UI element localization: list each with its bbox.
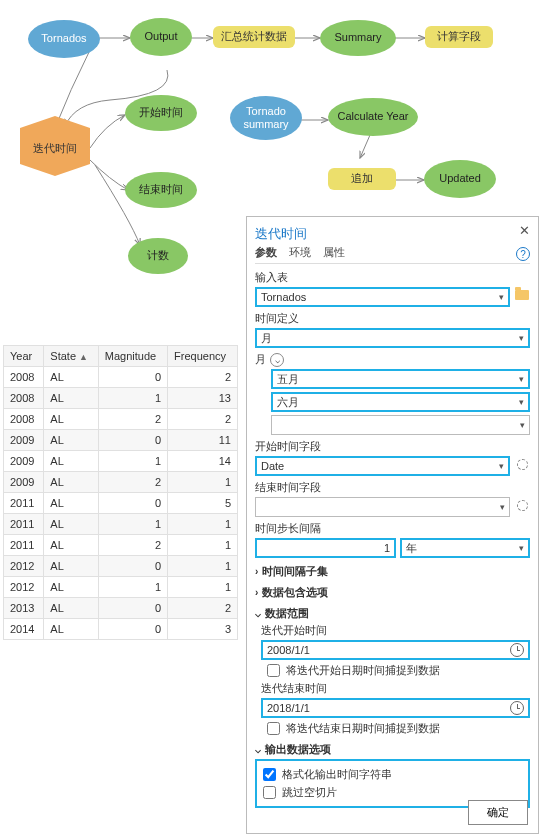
gear-icon[interactable] bbox=[514, 456, 530, 472]
clock-icon[interactable] bbox=[510, 643, 524, 657]
tab-env[interactable]: 环境 bbox=[289, 245, 311, 260]
panel-tabs: 参数 环境 属性 bbox=[255, 245, 530, 264]
start-field-select[interactable]: Date▾ bbox=[255, 456, 510, 476]
snap-start-checkbox[interactable] bbox=[267, 664, 280, 677]
close-icon[interactable]: ✕ bbox=[519, 223, 530, 238]
table-row[interactable]: 2011AL11 bbox=[4, 514, 238, 535]
end-field-label: 结束时间字段 bbox=[255, 480, 530, 495]
time-def-label: 时间定义 bbox=[255, 311, 530, 326]
sort-asc-icon: ▲ bbox=[79, 352, 88, 362]
node-aggregate[interactable]: 汇总统计数据 bbox=[213, 26, 295, 48]
table-row[interactable]: 2008AL113 bbox=[4, 388, 238, 409]
chevron-down-icon: ▾ bbox=[500, 502, 505, 512]
table-row[interactable]: 2011AL21 bbox=[4, 535, 238, 556]
node-iterate[interactable]: 迭代时间 bbox=[20, 128, 90, 168]
chevron-down-icon: ▾ bbox=[520, 420, 525, 430]
ok-button[interactable]: 确定 bbox=[468, 800, 528, 825]
section-output[interactable]: ⌵输出数据选项 bbox=[255, 742, 530, 757]
input-table-select[interactable]: Tornados▾ bbox=[255, 287, 510, 307]
node-end[interactable]: 结束时间 bbox=[125, 172, 197, 208]
snap-start-label: 将迭代开始日期时间捕捉到数据 bbox=[286, 663, 440, 678]
label: 结束时间 bbox=[139, 183, 183, 196]
chevron-down-icon: ▾ bbox=[519, 374, 524, 384]
label: 开始时间 bbox=[139, 106, 183, 119]
chevron-down-icon: ▾ bbox=[519, 333, 524, 343]
node-calcfield[interactable]: 计算字段 bbox=[425, 26, 493, 48]
table-row[interactable]: 2011AL05 bbox=[4, 493, 238, 514]
label: Updated bbox=[439, 172, 481, 185]
label: 汇总统计数据 bbox=[221, 30, 287, 43]
label: Calculate Year bbox=[338, 110, 409, 123]
chevron-right-icon: › bbox=[255, 587, 258, 598]
label: 计算字段 bbox=[437, 30, 481, 43]
section-include[interactable]: ›数据包含选项 bbox=[255, 585, 530, 600]
table-row[interactable]: 2014AL03 bbox=[4, 619, 238, 640]
browse-folder-icon[interactable] bbox=[514, 287, 530, 303]
step-value-input[interactable]: 1 bbox=[255, 538, 396, 558]
label: Tornados bbox=[41, 32, 86, 45]
gear-icon[interactable] bbox=[514, 497, 530, 513]
chevron-down-icon: ⌵ bbox=[255, 608, 261, 619]
month-select-1[interactable]: 五月▾ bbox=[271, 369, 530, 389]
section-subset[interactable]: ›时间间隔子集 bbox=[255, 564, 530, 579]
results-table: Year State ▲ Magnitude Frequency 2008AL0… bbox=[3, 345, 238, 640]
node-tornado-summary[interactable]: Tornado summary bbox=[230, 96, 302, 140]
properties-panel: 迭代时间 ✕ 参数 环境 属性 ? 输入表 Tornados▾ 时间定义 月▾ … bbox=[246, 216, 539, 834]
chevron-down-icon: ▾ bbox=[499, 461, 504, 471]
table-row[interactable]: 2012AL11 bbox=[4, 577, 238, 598]
input-table-label: 输入表 bbox=[255, 270, 530, 285]
node-count[interactable]: 计数 bbox=[128, 238, 188, 274]
label: Tornado summary bbox=[236, 105, 296, 131]
node-append[interactable]: 追加 bbox=[328, 168, 396, 190]
label: 追加 bbox=[351, 172, 373, 185]
col-year[interactable]: Year bbox=[4, 346, 44, 367]
skip-empty-label: 跳过空切片 bbox=[282, 785, 337, 800]
tab-props[interactable]: 属性 bbox=[323, 245, 345, 260]
skip-empty-checkbox[interactable] bbox=[263, 786, 276, 799]
clock-icon[interactable] bbox=[510, 701, 524, 715]
section-range[interactable]: ⌵数据范围 bbox=[255, 606, 530, 621]
label: Output bbox=[144, 30, 177, 43]
chevron-down-icon: ⌵ bbox=[255, 744, 261, 755]
col-frequency[interactable]: Frequency bbox=[168, 346, 238, 367]
month-select-2[interactable]: 六月▾ bbox=[271, 392, 530, 412]
node-calculate-year[interactable]: Calculate Year bbox=[328, 98, 418, 136]
chevron-down-icon: ▾ bbox=[519, 543, 524, 553]
format-string-checkbox[interactable] bbox=[263, 768, 276, 781]
panel-title: 迭代时间 bbox=[255, 225, 530, 243]
table-row[interactable]: 2008AL02 bbox=[4, 367, 238, 388]
table-row[interactable]: 2009AL011 bbox=[4, 430, 238, 451]
iter-start-label: 迭代开始时间 bbox=[261, 623, 530, 638]
col-magnitude[interactable]: Magnitude bbox=[98, 346, 167, 367]
node-updated[interactable]: Updated bbox=[424, 160, 496, 198]
table-row[interactable]: 2013AL02 bbox=[4, 598, 238, 619]
tab-params[interactable]: 参数 bbox=[255, 245, 277, 260]
start-field-label: 开始时间字段 bbox=[255, 439, 530, 454]
node-summary[interactable]: Summary bbox=[320, 20, 396, 56]
table-row[interactable]: 2012AL01 bbox=[4, 556, 238, 577]
month-select-empty[interactable]: ▾ bbox=[271, 415, 530, 435]
snap-end-label: 将迭代结束日期时间捕捉到数据 bbox=[286, 721, 440, 736]
node-start[interactable]: 开始时间 bbox=[125, 95, 197, 131]
label: 迭代时间 bbox=[33, 141, 77, 156]
node-output[interactable]: Output bbox=[130, 18, 192, 56]
time-def-select[interactable]: 月▾ bbox=[255, 328, 530, 348]
step-unit-select[interactable]: 年▾ bbox=[400, 538, 530, 558]
table-row[interactable]: 2008AL22 bbox=[4, 409, 238, 430]
label: Summary bbox=[334, 31, 381, 44]
node-tornados[interactable]: Tornados bbox=[28, 20, 100, 58]
iter-start-input[interactable]: 2008/1/1 bbox=[261, 640, 530, 660]
table-row[interactable]: 2009AL21 bbox=[4, 472, 238, 493]
table-row[interactable]: 2009AL114 bbox=[4, 451, 238, 472]
chevron-down-icon: ▾ bbox=[519, 397, 524, 407]
month-label: 月 bbox=[255, 352, 266, 367]
col-state[interactable]: State ▲ bbox=[44, 346, 99, 367]
iter-end-input[interactable]: 2018/1/1 bbox=[261, 698, 530, 718]
help-icon[interactable]: ? bbox=[516, 247, 530, 261]
snap-end-checkbox[interactable] bbox=[267, 722, 280, 735]
end-field-select[interactable]: ▾ bbox=[255, 497, 510, 517]
expand-icon[interactable]: ⌵ bbox=[270, 353, 284, 367]
label: 计数 bbox=[147, 249, 169, 262]
chevron-down-icon: ▾ bbox=[499, 292, 504, 302]
iter-end-label: 迭代结束时间 bbox=[261, 681, 530, 696]
